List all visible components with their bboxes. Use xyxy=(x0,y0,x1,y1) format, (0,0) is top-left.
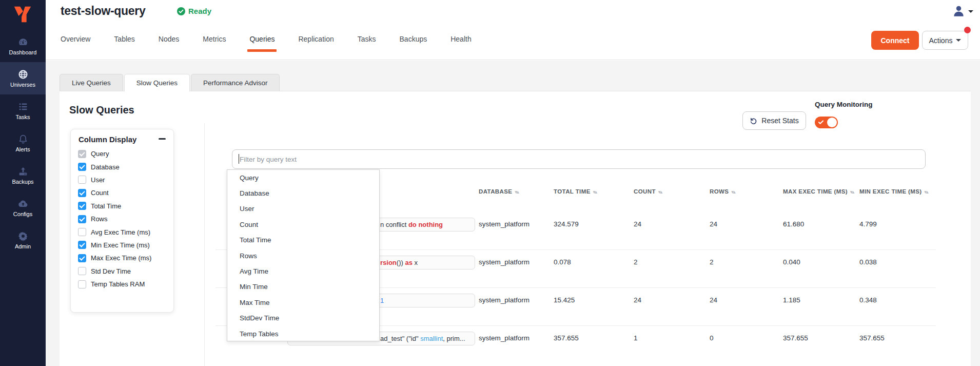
cell-rows: 24 xyxy=(710,296,717,304)
connect-button[interactable]: Connect xyxy=(871,31,919,50)
dropdown-option-database[interactable]: Database xyxy=(227,185,379,201)
checkbox-checked[interactable] xyxy=(78,163,86,171)
dropdown-option-user[interactable]: User xyxy=(227,201,379,217)
cell-count: 2 xyxy=(634,258,638,266)
cell-total-time: 15.425 xyxy=(554,296,575,304)
column-header-min-exec-time-ms[interactable]: MIN EXEC TIME (MS)▾▴ xyxy=(859,188,928,195)
checkbox-label: Total Time xyxy=(91,202,121,210)
panel-title: Slow Queries xyxy=(69,104,134,116)
column-toggle-max-exec-time-ms[interactable]: Max Exec Time (ms) xyxy=(78,252,169,264)
sidebar-item-backups[interactable]: Backups xyxy=(0,159,46,191)
sort-carets-icon[interactable]: ▾▴ xyxy=(731,189,735,195)
sidebar-item-dashboard[interactable]: Dashboard xyxy=(0,30,46,62)
user-menu-caret-icon[interactable] xyxy=(968,10,973,13)
query-filter-input[interactable] xyxy=(232,149,926,169)
tab-replication[interactable]: Replication xyxy=(298,34,334,44)
checkbox-checked[interactable] xyxy=(78,215,86,223)
dropdown-option-count[interactable]: Count xyxy=(227,217,379,232)
column-toggle-rows[interactable]: Rows xyxy=(78,213,169,225)
dropdown-option-min-time[interactable]: Min Time xyxy=(227,279,379,295)
subtab-performance-advisor[interactable]: Performance Advisor xyxy=(191,74,280,91)
sidebar-item-tasks[interactable]: Tasks xyxy=(0,94,46,127)
checkbox-unchecked[interactable] xyxy=(78,176,86,184)
column-toggle-user[interactable]: User xyxy=(78,174,169,186)
column-header-rows[interactable]: ROWS▾▴ xyxy=(710,188,735,195)
dropdown-option-avg-time[interactable]: Avg Time xyxy=(227,263,379,279)
checkbox-checked[interactable] xyxy=(78,241,86,249)
sort-carets-icon[interactable]: ▾▴ xyxy=(850,189,854,195)
subtab-live-queries[interactable]: Live Queries xyxy=(60,74,123,91)
tab-tasks[interactable]: Tasks xyxy=(358,34,376,44)
toggle-knob xyxy=(827,118,837,127)
column-header-count[interactable]: COUNT▾▴ xyxy=(634,188,662,195)
checkbox-checked[interactable] xyxy=(78,189,86,197)
column-toggle-total-time[interactable]: Total Time xyxy=(78,200,169,213)
checkbox-unchecked[interactable] xyxy=(78,280,86,288)
checkbox-unchecked[interactable] xyxy=(78,228,86,236)
sidebar-item-configs[interactable]: Configs xyxy=(0,191,46,224)
dropdown-option-rows[interactable]: Rows xyxy=(227,248,379,263)
sidebar-item-label: Universes xyxy=(10,82,35,88)
column-header-database[interactable]: DATABASE▾▴ xyxy=(479,188,518,195)
column-toggle-temp-tables-ram[interactable]: Temp Tables RAM xyxy=(78,278,169,291)
column-toggle-std-dev-time[interactable]: Std Dev Time xyxy=(78,265,169,278)
sidebar-nav: DashboardUniversesTasksAlertsBackupsConf… xyxy=(0,30,46,256)
tab-queries[interactable]: Queries xyxy=(249,34,275,44)
section-divider xyxy=(204,123,205,366)
dropdown-option-query[interactable]: Query xyxy=(227,170,379,185)
cell-max-exec-time-ms: 357.655 xyxy=(783,334,808,342)
checkbox-label: Count xyxy=(91,189,109,197)
check-circle-icon xyxy=(177,7,185,15)
sidebar-item-alerts[interactable]: Alerts xyxy=(0,127,46,159)
collapse-minus-icon[interactable] xyxy=(159,138,166,140)
tab-tables[interactable]: Tables xyxy=(114,34,134,44)
app-root: DashboardUniversesTasksAlertsBackupsConf… xyxy=(0,0,980,366)
toggle-check-icon xyxy=(818,119,824,125)
column-toggle-query[interactable]: Query xyxy=(78,147,169,160)
tab-backups[interactable]: Backups xyxy=(400,34,427,44)
dropdown-option-temp-tables[interactable]: Temp Tables xyxy=(227,326,379,341)
admin-gear-icon xyxy=(17,230,29,242)
cell-total-time: 0.078 xyxy=(554,258,571,266)
column-header-label: MIN EXEC TIME (MS) xyxy=(859,188,922,195)
main-tabs: OverviewTablesNodesMetricsQueriesReplica… xyxy=(61,34,472,44)
tab-nodes[interactable]: Nodes xyxy=(159,34,179,44)
checkbox-checked-disabled[interactable] xyxy=(78,150,86,158)
column-toggle-count[interactable]: Count xyxy=(78,186,169,199)
column-toggle-avg-exec-time-ms[interactable]: Avg Exec Time (ms) xyxy=(78,225,169,238)
reset-stats-button[interactable]: Reset Stats xyxy=(742,111,806,130)
query-monitoring-toggle[interactable] xyxy=(815,117,838,128)
sidebar-item-admin[interactable]: Admin xyxy=(0,224,46,256)
sort-carets-icon[interactable]: ▾▴ xyxy=(658,189,662,195)
actions-button[interactable]: Actions xyxy=(922,31,968,50)
sidebar-item-universes[interactable]: Universes xyxy=(0,62,46,94)
sidebar: DashboardUniversesTasksAlertsBackupsConf… xyxy=(0,0,46,366)
sort-carets-icon[interactable]: ▾▴ xyxy=(593,189,597,195)
column-header-max-exec-time-ms[interactable]: MAX EXEC TIME (MS)▾▴ xyxy=(783,188,854,195)
column-header-total-time[interactable]: TOTAL TIME▾▴ xyxy=(554,188,597,195)
checkbox-label: Std Dev Time xyxy=(91,267,131,275)
checkbox-checked[interactable] xyxy=(78,254,86,262)
dropdown-option-max-time[interactable]: Max Time xyxy=(227,295,379,310)
cell-total-time: 324.579 xyxy=(554,220,579,228)
actions-button-label: Actions xyxy=(929,36,953,45)
tab-health[interactable]: Health xyxy=(450,34,471,44)
dropdown-option-total-time[interactable]: Total Time xyxy=(227,233,379,248)
user-avatar-icon[interactable] xyxy=(952,4,966,18)
dropdown-option-stddev-time[interactable]: StdDev Time xyxy=(227,311,379,326)
checkbox-checked[interactable] xyxy=(78,202,86,210)
column-toggle-database[interactable]: Database xyxy=(78,160,169,173)
checkbox-label: Rows xyxy=(91,215,108,223)
yugabyte-logo-icon[interactable] xyxy=(11,3,34,26)
sort-carets-icon[interactable]: ▾▴ xyxy=(515,189,518,195)
tab-metrics[interactable]: Metrics xyxy=(203,34,226,44)
tab-overview[interactable]: Overview xyxy=(61,34,90,44)
subtab-slow-queries[interactable]: Slow Queries xyxy=(124,74,190,91)
text-cursor xyxy=(239,154,239,164)
checkbox-unchecked[interactable] xyxy=(78,267,86,275)
cell-min-exec-time-ms: 0.038 xyxy=(859,258,877,266)
column-toggle-min-exec-time-ms[interactable]: Min Exec Time (ms) xyxy=(78,239,169,252)
cell-total-time: 357.655 xyxy=(554,334,579,342)
page-title: test-slow-query xyxy=(61,4,145,18)
sort-carets-icon[interactable]: ▾▴ xyxy=(925,189,928,195)
